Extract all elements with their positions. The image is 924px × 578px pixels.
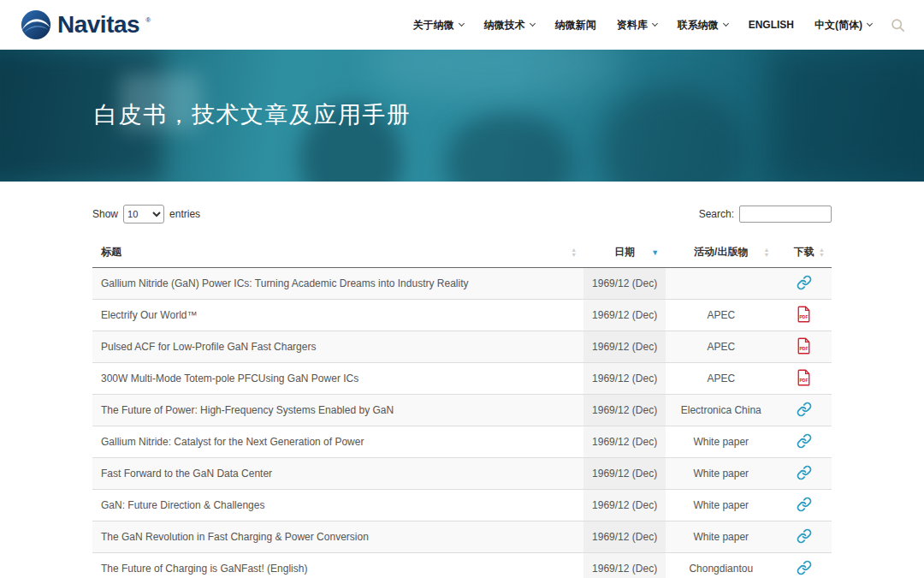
- doc-event-cell: White paper: [666, 458, 776, 490]
- table-row: The Future of Charging is GaNFast! (Engl…: [92, 553, 832, 578]
- search-button[interactable]: [891, 18, 905, 33]
- doc-download-cell: [776, 426, 832, 458]
- table-header-row: 标题▲▼日期▼活动/出版物▲▼下载▲▼: [92, 237, 832, 268]
- hero-image-shape: [770, 50, 924, 182]
- table-row: GaN: Future Direction & Challenges1969/1…: [92, 490, 832, 521]
- doc-date-cell: 1969/12 (Dec): [583, 458, 666, 490]
- table-row: Pulsed ACF for Low-Profile GaN Fast Char…: [92, 331, 832, 363]
- column-header-event[interactable]: 活动/出版物▲▼: [666, 237, 776, 268]
- external-download-link[interactable]: [797, 433, 812, 449]
- hero-banner: 白皮书，技术文章及应用手册: [0, 50, 924, 182]
- nav-item-label: 中文(简体): [814, 18, 862, 33]
- chevron-down-icon: [867, 21, 873, 27]
- doc-date-cell: 1969/12 (Dec): [583, 521, 666, 553]
- nav-item-resources[interactable]: 资料库: [617, 18, 657, 33]
- pdf-icon: PDF: [797, 337, 811, 355]
- svg-text:PDF: PDF: [800, 345, 808, 350]
- entries-select[interactable]: 10: [123, 205, 164, 223]
- chevron-down-icon: [530, 21, 536, 27]
- link-icon: [797, 465, 812, 480]
- table-row: Gallium Nitride (GaN) Power ICs: Turning…: [92, 268, 832, 300]
- logo[interactable]: Navitas ®: [21, 9, 151, 40]
- doc-event-cell: APEC: [666, 363, 776, 395]
- doc-download-cell: [776, 490, 832, 521]
- link-icon: [797, 497, 812, 512]
- doc-download-cell: [776, 395, 832, 426]
- link-icon: [797, 433, 812, 449]
- doc-download-cell: [776, 458, 832, 490]
- nav-item-technology[interactable]: 纳微技术: [484, 18, 535, 33]
- doc-date-cell: 1969/12 (Dec): [583, 553, 666, 578]
- doc-title-cell: The GaN Revolution in Fast Charging & Po…: [92, 521, 583, 553]
- external-download-link[interactable]: [797, 528, 812, 544]
- link-icon: [797, 275, 812, 290]
- svg-text:PDF: PDF: [800, 377, 808, 382]
- column-header-label: 下载: [794, 246, 814, 258]
- column-header-download[interactable]: 下载▲▼: [776, 237, 832, 268]
- doc-title-cell: Pulsed ACF for Low-Profile GaN Fast Char…: [92, 331, 583, 363]
- sort-arrows-icon: ▼: [651, 248, 659, 256]
- hero-image-shape: [368, 50, 625, 101]
- navitas-logo-icon: [21, 9, 51, 40]
- link-icon: [797, 402, 812, 417]
- pdf-icon: PDF: [797, 306, 811, 323]
- doc-download-cell: [776, 553, 832, 578]
- doc-event-cell: Electronica China: [666, 395, 776, 426]
- doc-event-cell: APEC: [666, 331, 776, 363]
- table-row: The Future of Power: High-Frequency Syst…: [92, 395, 832, 426]
- doc-download-cell: PDF: [776, 363, 832, 395]
- pdf-download-link[interactable]: PDF: [797, 369, 811, 386]
- doc-date-cell: 1969/12 (Dec): [583, 426, 666, 458]
- column-header-title[interactable]: 标题▲▼: [92, 237, 583, 268]
- sort-arrows-icon: ▲▼: [763, 247, 769, 258]
- nav-item-chinese[interactable]: 中文(简体): [814, 18, 872, 33]
- link-icon: [797, 560, 812, 575]
- table-row: The GaN Revolution in Fast Charging & Po…: [92, 521, 832, 553]
- doc-title-cell: Gallium Nitride (GaN) Power ICs: Turning…: [92, 268, 583, 300]
- chevron-down-icon: [652, 21, 658, 27]
- external-download-link[interactable]: [797, 402, 812, 417]
- external-download-link[interactable]: [797, 465, 812, 480]
- show-label: Show: [92, 208, 118, 220]
- nav-item-contact[interactable]: 联系纳微: [678, 18, 728, 33]
- doc-title-cell: GaN: Future Direction & Challenges: [92, 490, 583, 521]
- table-row: Fast Forward to the GaN Data Center1969/…: [92, 458, 832, 490]
- external-download-link[interactable]: [797, 497, 812, 512]
- doc-event-cell: White paper: [666, 490, 776, 521]
- sort-arrows-icon: ▲▼: [819, 247, 825, 258]
- nav-item-label: 纳微技术: [484, 18, 525, 33]
- link-icon: [797, 528, 812, 544]
- doc-event-cell: White paper: [666, 426, 776, 458]
- table-search-input[interactable]: [739, 206, 832, 223]
- pdf-icon: PDF: [797, 369, 811, 386]
- column-header-label: 活动/出版物: [694, 246, 748, 258]
- table-row: Electrify Our World™1969/12 (Dec)APECPDF: [92, 300, 832, 331]
- chevron-down-icon: [459, 21, 465, 27]
- pdf-download-link[interactable]: PDF: [797, 306, 811, 323]
- table-controls: Show 10 entries Search:: [92, 205, 832, 223]
- nav-item-english[interactable]: ENGLISH: [749, 19, 794, 31]
- doc-download-cell: [776, 521, 832, 553]
- hero-image-shape: [599, 86, 744, 182]
- doc-title-cell: Electrify Our World™: [92, 300, 583, 331]
- chevron-down-icon: [723, 21, 729, 27]
- external-download-link[interactable]: [797, 560, 812, 575]
- pdf-download-link[interactable]: PDF: [797, 337, 811, 355]
- external-download-link[interactable]: [797, 275, 812, 290]
- doc-event-cell: Chongdiantou: [666, 553, 776, 578]
- doc-event-cell: APEC: [666, 300, 776, 331]
- doc-title-cell: Fast Forward to the GaN Data Center: [92, 458, 583, 490]
- search-control: Search:: [699, 206, 832, 223]
- doc-title-cell: 300W Multi-Mode Totem-pole PFCUsing GaN …: [92, 363, 583, 395]
- doc-date-cell: 1969/12 (Dec): [583, 490, 666, 521]
- entries-control: Show 10 entries: [92, 205, 200, 223]
- doc-date-cell: 1969/12 (Dec): [583, 331, 666, 363]
- content-area: Show 10 entries Search: 标题▲▼日期▼活动/出版物▲▼下…: [0, 182, 924, 578]
- doc-title-cell: Gallium Nitride: Catalyst for the Next G…: [92, 426, 583, 458]
- doc-title-cell: The Future of Power: High-Frequency Syst…: [92, 395, 583, 426]
- nav-item-news[interactable]: 纳微新闻: [555, 18, 596, 33]
- doc-download-cell: [776, 268, 832, 300]
- column-header-date[interactable]: 日期▼: [583, 237, 666, 268]
- nav-item-about[interactable]: 关于纳微: [413, 18, 464, 33]
- table-row: Gallium Nitride: Catalyst for the Next G…: [92, 426, 832, 458]
